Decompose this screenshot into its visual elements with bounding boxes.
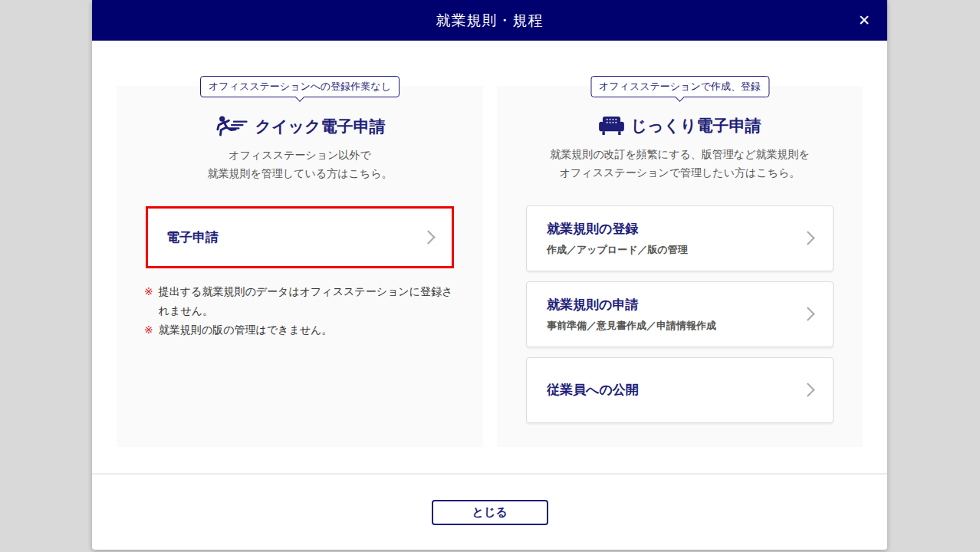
close-button[interactable]: とじる	[432, 500, 548, 525]
close-icon[interactable]: ✕	[853, 10, 875, 31]
thorough-panel-menu: 就業規則の登録 作成／アップロード／版の管理 就業規則の申請 事前準備／意見書作…	[497, 205, 863, 423]
quick-panel-title-row: クイック電子申請	[117, 115, 483, 137]
badge-tail	[295, 92, 305, 102]
note-text: 就業規則の版の管理はできません。	[159, 320, 333, 340]
badge-tail	[675, 92, 685, 102]
electronic-application-button-label: 電子申請	[166, 228, 219, 246]
quick-panel-notes: ※ 提出する就業規則のデータはオフィスステーションに登録されません。 ※ 就業規…	[144, 282, 455, 340]
sofa-icon	[599, 116, 624, 136]
modal-title: 就業規則・規程	[436, 11, 544, 31]
note-text: 提出する就業規則のデータはオフィスステーションに登録されません。	[159, 282, 455, 320]
chevron-right-icon	[801, 307, 814, 320]
work-rules-registration-button[interactable]: 就業規則の登録 作成／アップロード／版の管理	[526, 205, 834, 271]
work-rules-application-label: 就業規則の申請	[547, 296, 716, 314]
note-item: ※ 就業規則の版の管理はできません。	[144, 320, 455, 340]
thorough-panel-title-row: じっくり電子申請	[497, 115, 863, 136]
chevron-right-icon	[801, 231, 814, 245]
thorough-panel-description-line1: 就業規則の改訂を頻繁にする、版管理など就業規則を	[497, 146, 863, 164]
thorough-application-panel: オフィスステーションで作成、登録 じっくり電子申請 就業規則の改訂を頻繁にする、…	[497, 86, 863, 447]
employee-publication-button[interactable]: 従業員への公開	[526, 357, 834, 423]
thorough-panel-badge: オフィスステーションで作成、登録	[590, 76, 769, 97]
runner-icon	[215, 115, 248, 137]
quick-panel-description: オフィスステーション以外で 就業規則を管理している方はこちら。	[117, 146, 483, 183]
work-rules-application-sublabel: 事前準備／意見書作成／申請情報作成	[547, 319, 716, 333]
thorough-panel-description-line2: オフィスステーションで管理したい方はこちら。	[497, 164, 863, 182]
note-marker: ※	[144, 282, 153, 320]
thorough-panel-badge-label: オフィスステーションで作成、登録	[599, 80, 761, 92]
work-rules-registration-sublabel: 作成／アップロード／版の管理	[547, 243, 688, 257]
footer-divider	[92, 473, 887, 475]
quick-panel-description-line2: 就業規則を管理している方はこちら。	[117, 165, 483, 183]
note-item: ※ 提出する就業規則のデータはオフィスステーションに登録されません。	[144, 282, 455, 320]
note-marker: ※	[144, 320, 153, 340]
quick-panel-badge-label: オフィスステーションへの登録作業なし	[209, 80, 391, 92]
quick-panel-title: クイック電子申請	[255, 116, 386, 137]
chevron-right-icon	[801, 383, 814, 396]
work-rules-modal: 就業規則・規程 ✕ オフィスステーションへの登録作業なし	[92, 0, 887, 550]
modal-header: 就業規則・規程 ✕	[92, 0, 887, 41]
quick-panel-badge: オフィスステーションへの登録作業なし	[200, 76, 400, 97]
thorough-panel-title: じっくり電子申請	[631, 115, 761, 136]
chevron-right-icon	[421, 230, 435, 244]
electronic-application-button[interactable]: 電子申請	[146, 206, 454, 268]
thorough-panel-description: 就業規則の改訂を頻繁にする、版管理など就業規則を オフィスステーションで管理した…	[497, 146, 863, 182]
quick-panel-description-line1: オフィスステーション以外で	[117, 146, 483, 165]
quick-application-panel: オフィスステーションへの登録作業なし クイック電子申請	[117, 86, 483, 447]
employee-publication-label: 従業員への公開	[547, 381, 639, 399]
work-rules-application-button[interactable]: 就業規則の申請 事前準備／意見書作成／申請情報作成	[526, 281, 834, 347]
work-rules-registration-label: 就業規則の登録	[547, 220, 688, 238]
